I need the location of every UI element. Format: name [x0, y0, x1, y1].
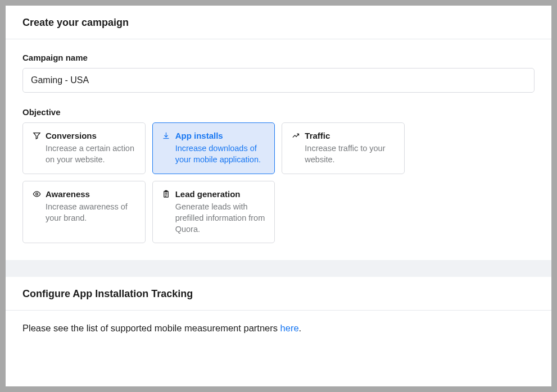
- campaign-name-input[interactable]: [22, 68, 535, 93]
- card-desc: Increase a certain action on your websit…: [46, 143, 136, 166]
- card-title: Conversions: [46, 131, 97, 140]
- card-title: App installs: [175, 131, 223, 140]
- objective-card-awareness[interactable]: Awareness Increase awareness of your bra…: [22, 181, 146, 244]
- card-desc: Generate leads with prefilled informatio…: [175, 201, 266, 235]
- card-header: Conversions: [32, 131, 136, 140]
- partners-link[interactable]: here: [280, 323, 299, 333]
- campaign-name-label: Campaign name: [22, 53, 535, 62]
- funnel-icon: [32, 131, 41, 140]
- objective-grid: Conversions Increase a certain action on…: [22, 122, 405, 243]
- card-desc: Increase traffic to your website.: [305, 143, 395, 166]
- objective-card-app-installs[interactable]: App installs Increase downloads of your …: [152, 122, 275, 174]
- card-title: Traffic: [305, 131, 330, 140]
- objective-card-lead-generation[interactable]: Lead generation Generate leads with pref…: [152, 181, 275, 244]
- card-header: App installs: [162, 131, 266, 140]
- download-icon: [162, 131, 171, 140]
- trend-icon: [291, 131, 300, 140]
- page-container: Create your campaign Campaign name Objec…: [6, 6, 551, 386]
- objective-label: Objective: [22, 107, 535, 117]
- card-header: Awareness: [32, 189, 136, 199]
- create-campaign-section: Create your campaign Campaign name Objec…: [6, 6, 551, 260]
- tracking-section: Configure App Installation Tracking Plea…: [6, 277, 551, 346]
- card-desc: Increase awareness of your brand.: [46, 201, 136, 224]
- card-title: Awareness: [46, 189, 90, 199]
- objective-card-traffic[interactable]: Traffic Increase traffic to your website…: [282, 122, 405, 174]
- section-body: Campaign name Objective Conversions: [6, 39, 551, 260]
- tracking-title: Configure App Installation Tracking: [22, 288, 535, 300]
- section-header: Create your campaign: [6, 6, 551, 39]
- section-header: Configure App Installation Tracking: [6, 277, 551, 310]
- card-header: Lead generation: [162, 189, 266, 199]
- clipboard-icon: [162, 189, 171, 198]
- tracking-text-suffix: .: [299, 323, 302, 333]
- objective-section: Objective Conversions Increase a: [22, 107, 535, 243]
- objective-card-conversions[interactable]: Conversions Increase a certain action on…: [22, 122, 146, 174]
- tracking-text-prefix: Please see the list of supported mobile …: [22, 323, 280, 333]
- svg-point-0: [35, 193, 38, 195]
- card-title: Lead generation: [175, 189, 241, 199]
- section-gap: [6, 260, 551, 277]
- tracking-body: Please see the list of supported mobile …: [6, 311, 551, 346]
- card-header: Traffic: [291, 131, 395, 140]
- eye-icon: [32, 189, 41, 198]
- card-desc: Increase downloads of your mobile applic…: [175, 143, 266, 166]
- create-campaign-title: Create your campaign: [22, 17, 535, 29]
